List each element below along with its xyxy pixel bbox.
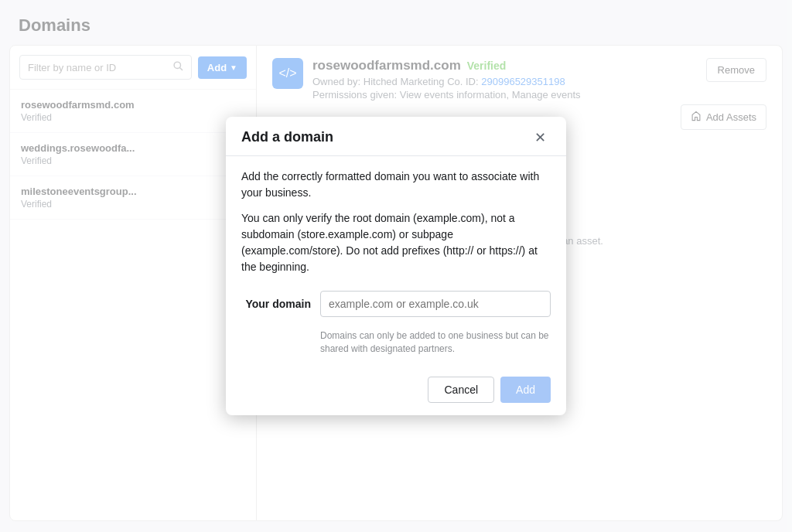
domain-field-row: Your domain [241, 291, 551, 317]
domain-field-input[interactable] [320, 291, 551, 317]
modal-note: Domains can only be added to one busines… [241, 329, 551, 356]
domain-field-label: Your domain [241, 298, 311, 310]
modal-footer: Cancel Add [226, 367, 566, 415]
modal-close-button[interactable]: ✕ [530, 129, 551, 146]
modal-description-2: You can only verify the root domain (exa… [241, 210, 551, 275]
page-background: Domains Add ▼ [0, 0, 792, 532]
cancel-button[interactable]: Cancel [428, 377, 494, 403]
modal-description-1: Add the correctly formatted domain you w… [241, 169, 551, 201]
add-domain-modal: Add a domain ✕ Add the correctly formatt… [226, 117, 566, 416]
modal-add-button[interactable]: Add [500, 377, 551, 403]
modal-header: Add a domain ✕ [226, 117, 566, 156]
modal-overlay: Add a domain ✕ Add the correctly formatt… [0, 0, 792, 532]
modal-title: Add a domain [241, 129, 333, 145]
modal-body: Add the correctly formatted domain you w… [226, 156, 566, 368]
